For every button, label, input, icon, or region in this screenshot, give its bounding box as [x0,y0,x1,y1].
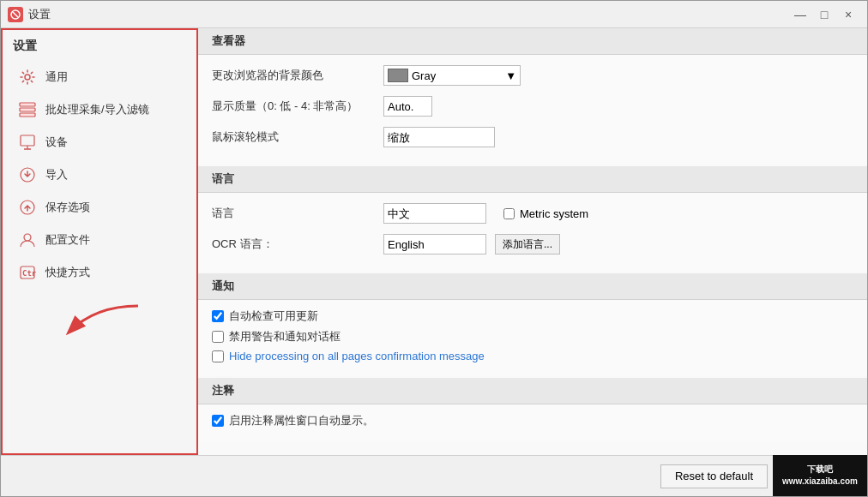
ocr-select-wrapper: English 中文 [383,234,486,254]
language-select[interactable]: 中文 English 日本語 [383,203,486,224]
title-bar-left: 设置 [8,7,51,22]
scroll-control: 缩放 滚动 [383,127,495,147]
language-section: 语言 语言 中文 English 日本語 [198,166,867,272]
svg-rect-6 [21,135,34,146]
annotation-section-body: 启用注释属性窗口自动显示。 [198,404,867,442]
window-title: 设置 [28,7,51,22]
ocr-select[interactable]: English 中文 [383,234,486,254]
annotation-item-0: 启用注释属性窗口自动显示。 [212,413,853,428]
red-arrow-indicator [61,297,190,351]
annotation-checkbox-0[interactable] [212,415,224,427]
settings-window: 设置 — □ × 设置 通用 [0,0,868,497]
save-icon [18,198,37,217]
svg-point-2 [25,75,30,80]
sidebar-label-import: 导入 [45,167,68,183]
sidebar: 设置 通用 批处理采集/导入滤镜 [1,28,198,455]
color-swatch [388,69,408,82]
quality-row: 显示质量（0: 低 - 4: 非常高） Auto. 0 1 2 3 4 [212,94,853,118]
add-language-button[interactable]: 添加语言... [495,234,560,254]
language-section-header: 语言 [198,166,867,193]
language-section-body: 语言 中文 English 日本語 Met [198,193,867,272]
notification-checkbox-1[interactable] [212,331,224,343]
scroll-select[interactable]: 缩放 滚动 [383,127,495,147]
notification-section-header: 通知 [198,273,867,300]
bg-color-label: 更改浏览器的背景颜色 [212,68,383,83]
sidebar-label-general: 通用 [45,69,68,85]
sidebar-label-shortcut: 快捷方式 [45,265,90,280]
language-control: 中文 English 日本語 Metric system [383,203,588,224]
bg-color-control: Gray ▼ [383,65,521,86]
metric-checkbox[interactable] [503,208,515,219]
notification-item-1: 禁用警告和通知对话框 [212,329,853,344]
maximize-button[interactable]: □ [812,4,836,25]
notification-label-1: 禁用警告和通知对话框 [229,329,341,344]
viewer-section-header: 查看器 [198,28,867,55]
sidebar-label-device: 设备 [45,135,68,150]
notification-section-body: 自动检查可用更新 禁用警告和通知对话框 Hide processing on a… [198,300,867,376]
notification-label-2: Hide processing on all pages confirmatio… [229,350,485,362]
metric-label: Metric system [520,207,588,220]
main-panel: 查看器 更改浏览器的背景颜色 Gray ▼ [198,28,867,455]
quality-control: Auto. 0 1 2 3 4 [383,96,432,117]
notification-label-0: 自动检查可用更新 [229,308,318,324]
layers-icon [18,100,37,119]
watermark-line1: 下载吧 [807,464,833,476]
sidebar-item-profile[interactable]: 配置文件 [9,224,190,256]
annotation-section: 注释 启用注释属性窗口自动显示。 [198,378,867,442]
sidebar-item-device[interactable]: 设备 [9,126,190,159]
ocr-control: English 中文 添加语言... [383,234,560,254]
viewer-section: 查看器 更改浏览器的背景颜色 Gray ▼ [198,28,867,165]
sidebar-item-general[interactable]: 通用 [9,61,190,93]
sidebar-item-shortcut[interactable]: Ctrl 快捷方式 [9,256,190,289]
watermark: 下载吧 www.xiazaiba.com [773,455,867,496]
notification-section: 通知 自动检查可用更新 禁用警告和通知对话框 Hide processing o… [198,273,867,376]
svg-rect-3 [20,103,35,106]
scroll-select-wrapper: 缩放 滚动 [383,127,495,147]
footer: Reset to default 关闭 下载吧 www.xiazaiba.com [1,455,867,496]
notification-checkbox-0[interactable] [212,310,224,322]
viewer-section-body: 更改浏览器的背景颜色 Gray ▼ 显示质量（0: 低 - 4: 非常高） [198,55,867,165]
svg-rect-5 [20,113,35,117]
bg-color-arrow: ▼ [505,69,516,82]
quality-select-wrapper: Auto. 0 1 2 3 4 [383,96,432,117]
language-label: 语言 [212,206,383,221]
sidebar-label-profile: 配置文件 [45,232,90,248]
svg-point-11 [24,234,31,241]
content-area: 设置 通用 批处理采集/导入滤镜 [1,28,867,455]
import-icon [18,165,37,184]
language-select-wrapper: 中文 English 日本語 [383,203,486,224]
sidebar-item-import[interactable]: 导入 [9,159,190,191]
metric-checkbox-container: Metric system [503,207,588,220]
quality-select[interactable]: Auto. 0 1 2 3 4 [383,96,432,117]
svg-line-1 [13,12,18,17]
bg-color-value: Gray [412,69,436,82]
language-row: 语言 中文 English 日本語 Met [212,201,853,225]
close-button[interactable]: × [836,4,860,25]
notification-checkbox-2[interactable] [212,350,224,362]
notification-item-2: Hide processing on all pages confirmatio… [212,350,853,362]
scroll-label: 鼠标滚轮模式 [212,129,383,145]
device-icon [18,133,37,152]
shortcut-icon: Ctrl [18,263,37,282]
reset-button[interactable]: Reset to default [660,464,768,488]
bg-color-row: 更改浏览器的背景颜色 Gray ▼ [212,63,853,87]
app-icon [8,7,23,22]
svg-text:Ctrl: Ctrl [22,269,36,278]
quality-label: 显示质量（0: 低 - 4: 非常高） [212,99,383,114]
watermark-line2: www.xiazaiba.com [782,476,858,488]
sidebar-item-save[interactable]: 保存选项 [9,191,190,224]
title-bar-buttons: — □ × [788,4,860,25]
scroll-row: 鼠标滚轮模式 缩放 滚动 [212,125,853,149]
ocr-row: OCR 语言： English 中文 添加语言... [212,232,853,256]
minimize-button[interactable]: — [788,4,812,25]
sidebar-label-batch: 批处理采集/导入滤镜 [45,102,149,117]
ocr-label: OCR 语言： [212,237,383,252]
annotation-label-0: 启用注释属性窗口自动显示。 [229,413,374,428]
bg-color-select-display[interactable]: Gray ▼ [383,65,521,86]
gear-icon [18,68,37,87]
svg-rect-4 [20,108,35,111]
sidebar-item-batch[interactable]: 批处理采集/导入滤镜 [9,93,190,126]
title-bar: 设置 — □ × [1,1,867,28]
annotation-section-header: 注释 [198,378,867,404]
profile-icon [18,231,37,249]
